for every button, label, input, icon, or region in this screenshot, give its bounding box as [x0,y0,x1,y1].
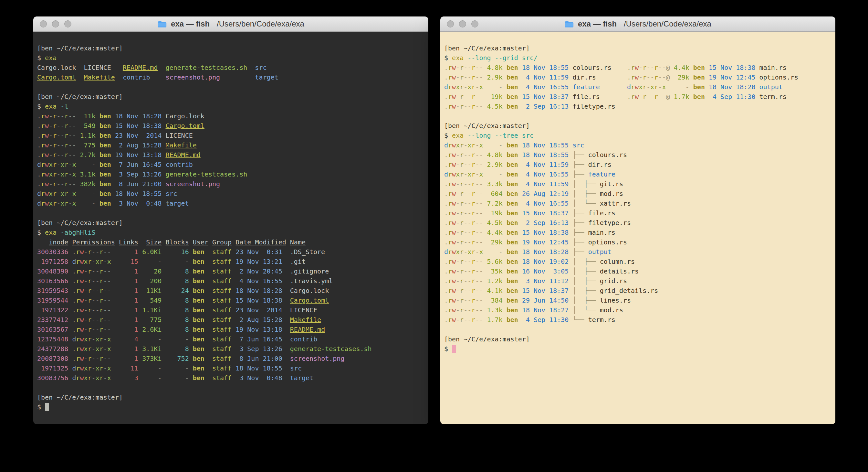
terminal-line: .rw-r--r-- 19k ben 15 Nov 18:37 file.rs … [444,92,835,101]
terminal-line: 30083756 drwxr-xr-x 3 - - ben staff 3 No… [37,373,428,383]
terminal-line: 20087308 .rw-r--r-- 1 373Ki 752 ben staf… [37,354,428,363]
terminal-line: .rw-r--r-- 35k ben 16 Nov 3:05 │ ├── det… [444,266,835,276]
terminal-line: .rw-r--r-- 4.5k ben 2 Sep 16:13 filetype… [444,101,835,111]
window-controls [447,17,478,31]
terminal-line: 24377288 .rwxr-xr-x 1 3.1Ki 8 ben staff … [37,344,428,354]
window-title: exa — fish /Users/ben/Code/exa/exa [157,20,304,28]
terminal-line: $ exa --long --grid src/ [444,53,835,63]
close-button[interactable] [447,20,454,28]
terminal-line: [ben ~/C/e/exa:master] [444,121,835,130]
terminal-line: $ [37,402,428,412]
terminal-line: .rw-r--r-- 7.2k ben 4 Nov 16:55 │ └── xa… [444,199,835,208]
terminal-line: .rw-r--r-- 604 ben 26 Aug 12:19 │ ├── mo… [444,189,835,199]
terminal-line: .rw-r--r-- 549 ben 15 Nov 18:38 Cargo.to… [37,121,428,130]
titlebar[interactable]: exa — fish /Users/ben/Code/exa/exa [33,17,428,32]
terminal-line: .rw-r--r-- 2.9k ben 4 Nov 11:59 ├── dir.… [444,160,835,169]
terminal-line [444,111,835,121]
window-title-path: /Users/ben/Code/exa/exa [624,20,711,28]
minimize-button[interactable] [459,20,466,28]
terminal-line: .rw-r--r-- 1.1k ben 23 Nov 2014 LICENCE [37,130,428,140]
terminal-line: drwxr-xr-x - ben 18 Nov 18:55 src [444,140,835,150]
terminal-line: 30163566 .rw-r--r-- 1 200 8 ben staff 4 … [37,276,428,286]
terminal-line: 23377412 .rw-r--r-- 1 775 8 ben staff 2 … [37,315,428,325]
terminal-line: [ben ~/C/e/exa:master] [37,92,428,101]
terminal-line: .rw-r--r-- 1.2k ben 3 Nov 11:12 │ ├── gr… [444,276,835,286]
terminal-line: drwxr-xr-x - ben 4 Nov 16:55 feature drw… [444,82,835,92]
terminal-line: .rw-r--r-- 19k ben 15 Nov 18:37 ├── file… [444,208,835,218]
terminal-line: [ben ~/C/e/exa:master] [37,392,428,402]
zoom-button[interactable] [471,20,478,28]
terminal-line: 30030336 .rw-r--r-- 1 6.0Ki 16 ben staff… [37,247,428,257]
terminal-cursor [452,345,456,353]
zoom-button[interactable] [64,20,71,28]
terminal-line: [ben ~/C/e/exa:master] [444,43,835,53]
terminal-line: .rw-r--r-- 3.3k ben 4 Nov 11:59 │ ├── gi… [444,179,835,189]
terminal-cursor [45,403,49,411]
window-title-path: /Users/ben/Code/exa/exa [217,20,304,28]
terminal-line: .rw-r--r-- 4.5k ben 2 Sep 16:13 ├── file… [444,218,835,228]
window-controls [40,17,71,31]
terminal-line: .rw-r--r-- 4.8k ben 18 Nov 18:55 ├── col… [444,150,835,160]
terminal-line: Cargo.lock LICENCE README.md generate-te… [37,63,428,72]
terminal-line: inode Permissions Links Size Blocks User… [37,237,428,247]
terminal-line: 30048390 .rw-r--r-- 1 20 8 ben staff 2 N… [37,266,428,276]
minimize-button[interactable] [52,20,59,28]
terminal-line: .rw-r--r-- 1.3k ben 18 Nov 18:27 │ └── m… [444,305,835,315]
terminal-window-light: exa — fish /Users/ben/Code/exa/exa [ben … [440,17,835,424]
terminal-line: drwxr-xr-x - ben 18 Nov 18:28 ├── output [444,247,835,257]
terminal-line: [ben ~/C/e/exa:master] [37,218,428,228]
terminal-line: 1971322 .rw-r--r-- 1 1.1Ki 8 ben staff 2… [37,305,428,315]
terminal-line: 30163567 .rw-r--r-- 1 2.6Ki 8 ben staff … [37,325,428,334]
terminal-line: $ [444,344,835,354]
terminal-line: .rwxr-xr-x 3.1k ben 3 Sep 13:26 generate… [37,169,428,179]
terminal-line: drwxr-xr-x - ben 3 Nov 0:48 target [37,199,428,208]
terminal-line: .rw-r--r-- 384 ben 29 Jun 14:50 │ ├── li… [444,295,835,305]
terminal-line: 31959543 .rw-r--r-- 1 11Ki 24 ben staff … [37,286,428,295]
terminal-line: [ben ~/C/e/exa:master] [444,334,835,344]
terminal-line: 12375448 drwxr-xr-x 4 - - ben staff 7 Ju… [37,334,428,344]
terminal-line: [ben ~/C/e/exa:master] [37,43,428,53]
terminal-line: drwxr-xr-x - ben 4 Nov 16:55 ├── feature [444,169,835,179]
terminal-line: .rw-r--r-- 775 ben 2 Aug 15:28 Makefile [37,140,428,150]
terminal-line: .rw-r--r-- 4.4k ben 15 Nov 18:38 ├── mai… [444,228,835,237]
terminal-line: .rw-r--r-- 382k ben 8 Jun 21:00 screensh… [37,179,428,189]
terminal-line [444,325,835,334]
window-title-app: exa — fish [578,20,617,28]
terminal-window-dark: exa — fish /Users/ben/Code/exa/exa [ben … [33,17,428,424]
terminal-output[interactable]: [ben ~/C/e/exa:master]$ exaCargo.lock LI… [33,32,428,424]
terminal-line: .rw-r--r-- 4.1k ben 15 Nov 18:37 │ ├── g… [444,286,835,295]
terminal-line: $ exa -l [37,101,428,111]
terminal-output[interactable]: [ben ~/C/e/exa:master]$ exa --long --gri… [440,32,835,424]
terminal-line: 1971325 drwxr-xr-x 11 - - ben staff 18 N… [37,363,428,373]
terminal-line: .rw-r--r-- 1.7k ben 4 Sep 11:30 └── term… [444,315,835,325]
window-title: exa — fish /Users/ben/Code/exa/exa [564,20,711,28]
terminal-line: Cargo.toml Makefile contrib screenshot.p… [37,72,428,82]
terminal-line: .rw-r--r-- 11k ben 18 Nov 18:28 Cargo.lo… [37,111,428,121]
terminal-line: $ exa [37,53,428,63]
terminal-line [37,383,428,392]
terminal-line [37,208,428,218]
folder-icon [157,20,167,28]
terminal-line: drwxr-xr-x - ben 18 Nov 18:55 src [37,189,428,199]
terminal-line: .rw-r--r-- 2.9k ben 4 Nov 11:59 dir.rs .… [444,72,835,82]
terminal-line: $ exa --long --tree src [444,130,835,140]
terminal-line [37,82,428,92]
terminal-line: drwxr-xr-x - ben 7 Jun 16:45 contrib [37,160,428,169]
terminal-line: .rw-r--r-- 2.7k ben 19 Nov 13:18 README.… [37,150,428,160]
titlebar[interactable]: exa — fish /Users/ben/Code/exa/exa [440,17,835,32]
window-title-app: exa — fish [171,20,210,28]
folder-icon [564,20,574,28]
terminal-line: 31959544 .rw-r--r-- 1 549 8 ben staff 15… [37,295,428,305]
terminal-line: .rw-r--r-- 5.6k ben 18 Nov 19:02 │ ├── c… [444,257,835,266]
terminal-line: 1971258 drwxr-xr-x 15 - - ben staff 19 N… [37,257,428,266]
desktop-background: exa — fish /Users/ben/Code/exa/exa [ben … [0,0,868,472]
terminal-line: $ exa -abghHliS [37,228,428,237]
close-button[interactable] [40,20,47,28]
terminal-line: .rw-r--r-- 4.8k ben 18 Nov 18:55 colours… [444,63,835,72]
terminal-line: .rw-r--r-- 29k ben 19 Nov 12:45 ├── opti… [444,237,835,247]
